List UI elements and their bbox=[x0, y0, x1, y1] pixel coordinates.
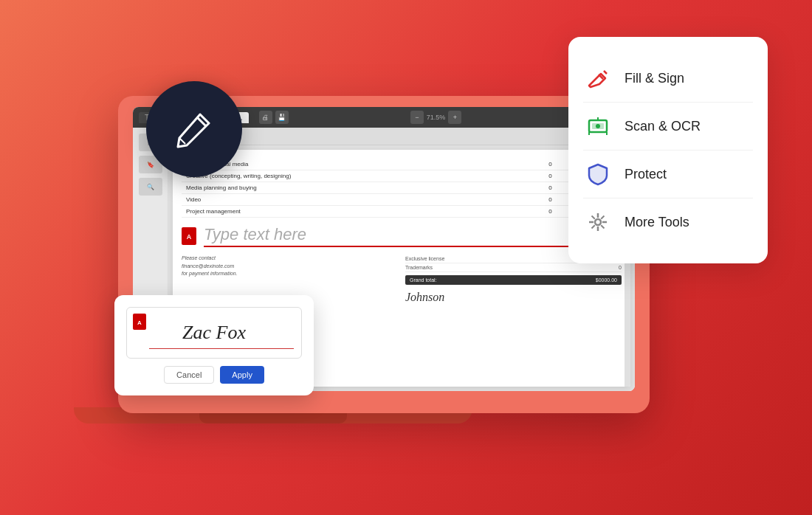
fill-sign-label: Fill & Sign bbox=[625, 71, 684, 86]
sig-underline bbox=[149, 348, 294, 349]
table-row: Media planning and buying 0 0 bbox=[182, 182, 622, 194]
svg-text:A: A bbox=[187, 233, 192, 241]
shield-icon bbox=[583, 159, 613, 189]
svg-line-13 bbox=[592, 216, 595, 219]
row-label: Media planning and buying bbox=[182, 182, 544, 194]
cancel-button[interactable]: Cancel bbox=[164, 366, 214, 384]
more-tools-item[interactable]: More Tools bbox=[583, 198, 753, 246]
type-text-area: A Type text here bbox=[182, 225, 622, 247]
svg-line-14 bbox=[601, 225, 604, 228]
trademarks-row: Trademarks 0 bbox=[405, 263, 622, 272]
sig-logo: A bbox=[133, 314, 146, 330]
signature-dialog: A Zac Fox Cancel Apply bbox=[114, 295, 314, 395]
scan-ocr-label: Scan & OCR bbox=[625, 119, 701, 134]
zoom-out-btn[interactable]: − bbox=[410, 111, 424, 124]
table-row: Creative (concepting, writing, designing… bbox=[182, 170, 622, 182]
svg-line-15 bbox=[601, 216, 604, 219]
row-label: Project management bbox=[182, 206, 544, 218]
pen-circle bbox=[146, 81, 242, 177]
grand-total-value: $0000.00 bbox=[596, 277, 617, 283]
svg-text:A: A bbox=[137, 319, 142, 326]
protect-item[interactable]: Protect bbox=[583, 151, 753, 198]
trademarks-value: 0 bbox=[619, 265, 622, 270]
grand-total: Grand total: $0000.00 bbox=[405, 275, 622, 285]
more-tools-label: More Tools bbox=[625, 215, 689, 230]
tools-icon bbox=[583, 207, 613, 237]
pen-icon bbox=[172, 107, 216, 151]
zoom-in-btn[interactable]: + bbox=[448, 111, 461, 124]
svg-point-5 bbox=[596, 124, 600, 128]
scan-icon bbox=[583, 111, 613, 141]
pdf-logo-small: A bbox=[182, 227, 196, 245]
type-text-placeholder[interactable]: Type text here bbox=[204, 225, 622, 247]
table-row: Video 0 0 bbox=[182, 194, 622, 206]
sig-preview: A Zac Fox bbox=[126, 307, 302, 359]
row-label: Digital and social media bbox=[182, 159, 544, 170]
fill-sign-icon bbox=[583, 63, 613, 93]
pdf-table: Digital and social media 0 0 Creative (c… bbox=[182, 159, 622, 218]
tools-dropdown: Fill & Sign Scan & OCR Protect bbox=[568, 37, 768, 263]
sidebar-search[interactable]: 🔍 bbox=[139, 178, 162, 196]
table-row: Project management 0 0 bbox=[182, 206, 622, 218]
apply-button[interactable]: Apply bbox=[220, 366, 264, 384]
protect-label: Protect bbox=[625, 167, 667, 182]
grand-total-label: Grand total: bbox=[410, 277, 437, 283]
svg-point-8 bbox=[595, 219, 601, 225]
laptop-stand bbox=[199, 413, 347, 424]
svg-line-16 bbox=[592, 225, 595, 228]
exclusive-label: Exclusive license bbox=[405, 256, 444, 261]
sig-buttons: Cancel Apply bbox=[126, 366, 302, 384]
row-label: Creative (concepting, writing, designing… bbox=[182, 170, 544, 182]
row-label: Video bbox=[182, 194, 544, 206]
sig-text: Zac Fox bbox=[182, 322, 246, 344]
scan-ocr-item[interactable]: Scan & OCR bbox=[583, 103, 753, 151]
table-row: Digital and social media 0 0 bbox=[182, 159, 622, 170]
pdf-signature: Johnson bbox=[405, 291, 622, 304]
fill-sign-item[interactable]: Fill & Sign bbox=[583, 55, 753, 103]
save-btn[interactable]: 💾 bbox=[275, 111, 289, 124]
print-btn[interactable]: 🖨 bbox=[259, 111, 272, 124]
trademarks-label: Trademarks bbox=[405, 265, 433, 270]
